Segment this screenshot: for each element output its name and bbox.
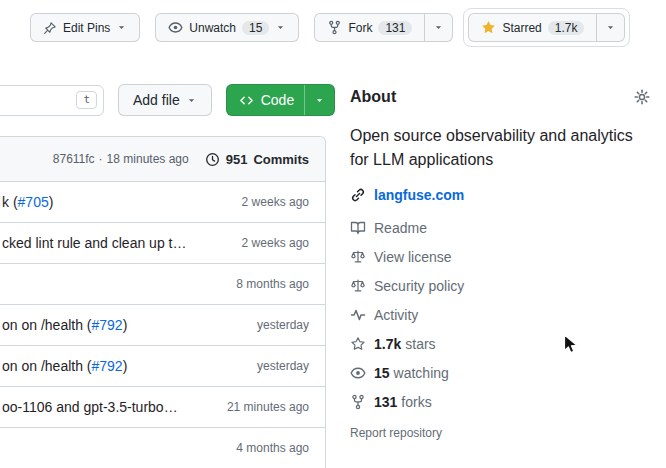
file-table-row: oo-1106 and gpt-3.5-turbo… 21 minutes ag… [0, 386, 325, 427]
commit-date: 4 months ago [228, 441, 309, 455]
link-label: stars [405, 336, 435, 352]
sidebar-link-watching[interactable]: 15watching [350, 365, 650, 381]
pin-icon [43, 21, 57, 35]
add-file-button[interactable]: Add file [118, 84, 212, 116]
star-button-group: Starred 1.7k [468, 13, 625, 42]
eye-icon [350, 365, 366, 381]
commit-date: yesterday [249, 318, 309, 332]
fork-dropdown-button[interactable] [425, 13, 453, 42]
commit-message-text: ) [49, 194, 54, 210]
commit-message-link[interactable]: on on /health (#792) [2, 317, 127, 333]
unwatch-button[interactable]: Unwatch 15 [155, 13, 299, 42]
unwatch-label: Unwatch [189, 22, 236, 34]
starred-button[interactable]: Starred 1.7k [468, 13, 597, 42]
pulse-icon [350, 307, 366, 323]
chevron-down-icon [186, 95, 197, 106]
eye-icon [168, 20, 183, 35]
sidebar-link-stars[interactable]: 1.7kstars [350, 336, 650, 352]
file-table-row: k (#705) 2 weeks ago [0, 181, 325, 222]
commit-message-text: ) [123, 358, 128, 374]
commit-date: 8 months ago [228, 277, 309, 291]
sidebar-link-forks[interactable]: 131forks [350, 394, 650, 410]
go-to-file-input[interactable]: t [0, 85, 104, 116]
commit-date: yesterday [249, 359, 309, 373]
issue-link[interactable]: #792 [92, 358, 123, 374]
edit-pins-button[interactable]: Edit Pins [30, 13, 140, 42]
latest-commit-bar: 87611fc · 18 minutes ago 951 Commits [0, 137, 325, 181]
sidebar-link-readme[interactable]: Readme [350, 220, 650, 236]
website-url: langfuse.com [374, 187, 464, 203]
commit-message-text: cked lint rule and clean up t… [2, 235, 186, 251]
commit-message-text: k ( [2, 194, 18, 210]
commit-message-link[interactable]: k (#705) [2, 194, 53, 210]
add-file-label: Add file [133, 93, 180, 107]
commit-message-link[interactable]: on on /health (#792) [2, 358, 127, 374]
star-icon [350, 336, 366, 352]
issue-link[interactable]: #705 [18, 194, 49, 210]
star-button-focus-ring: Starred 1.7k [463, 8, 630, 47]
shortcut-key-badge: t [76, 91, 97, 109]
about-sidebar: About Open source observability and anal… [350, 88, 650, 440]
code-icon [239, 93, 254, 108]
commit-message-text: oo-1106 and gpt-3.5-turbo… [2, 399, 178, 415]
fork-button[interactable]: Fork 131 [314, 13, 425, 42]
link-label: watching [394, 365, 449, 381]
file-actions-row: t Add file Code [0, 84, 335, 116]
history-icon [205, 152, 220, 167]
commits-count: 951 [226, 152, 248, 167]
law-icon [350, 249, 366, 265]
starred-label: Starred [502, 22, 541, 34]
sidebar-link-security-policy[interactable]: Security policy [350, 278, 650, 294]
latest-commit-meta: 87611fc · 18 minutes ago [53, 152, 189, 166]
repo-forked-icon [327, 20, 342, 35]
about-title: About [350, 88, 396, 106]
about-links-list: Readme View license Security policy Acti… [350, 220, 650, 410]
gear-icon[interactable] [634, 89, 650, 105]
link-label: forks [401, 394, 431, 410]
repo-description: Open source observability and analytics … [350, 124, 650, 172]
commit-hash-link[interactable]: 87611fc [53, 152, 95, 166]
sidebar-link-license[interactable]: View license [350, 249, 650, 265]
report-repository-link[interactable]: Report repository [350, 426, 650, 440]
commit-message-link[interactable]: oo-1106 and gpt-3.5-turbo… [2, 399, 178, 415]
commit-history-link[interactable]: 951 Commits [205, 152, 309, 167]
website-link[interactable]: langfuse.com [350, 187, 650, 203]
link-label: Readme [374, 220, 427, 236]
file-table-row: 4 months ago [0, 427, 325, 468]
issue-link[interactable]: #792 [92, 317, 123, 333]
book-icon [350, 220, 366, 236]
chevron-down-icon [605, 22, 616, 33]
commit-time: 18 minutes ago [107, 152, 189, 166]
code-button[interactable]: Code [226, 84, 335, 116]
fork-label: Fork [348, 22, 372, 34]
commit-message-text: ) [123, 317, 128, 333]
file-table-row: on on /health (#792) yesterday [0, 345, 325, 386]
fork-count-badge: 131 [378, 21, 412, 35]
chevron-down-icon [116, 22, 127, 33]
repo-forked-icon [350, 394, 366, 410]
watch-count-badge: 15 [242, 21, 269, 35]
fork-button-group: Fork 131 [314, 13, 453, 42]
file-table-row: on on /health (#792) yesterday [0, 304, 325, 345]
law-icon [350, 278, 366, 294]
commits-label: Commits [253, 152, 309, 167]
chevron-down-icon [314, 95, 325, 106]
code-label: Code [261, 92, 294, 108]
star-count-badge: 1.7k [548, 21, 585, 35]
edit-pins-label: Edit Pins [63, 22, 110, 34]
commit-date: 21 minutes ago [219, 400, 309, 414]
code-dropdown-section[interactable] [304, 85, 334, 115]
file-table-row: 8 months ago [0, 263, 325, 304]
commit-message-link[interactable]: cked lint rule and clean up t… [2, 235, 186, 251]
file-table: 87611fc · 18 minutes ago 951 Commits k (… [0, 136, 326, 468]
link-label: Security policy [374, 278, 464, 294]
sidebar-link-activity[interactable]: Activity [350, 307, 650, 323]
commit-message-text: on on /health ( [2, 317, 92, 333]
star-dropdown-button[interactable] [597, 13, 625, 42]
link-icon [350, 187, 366, 203]
link-label: Activity [374, 307, 418, 323]
chevron-down-icon [433, 22, 444, 33]
repo-action-toolbar: Edit Pins Unwatch 15 Fork 131 [30, 13, 625, 42]
chevron-down-icon [275, 22, 286, 33]
link-label: View license [374, 249, 452, 265]
